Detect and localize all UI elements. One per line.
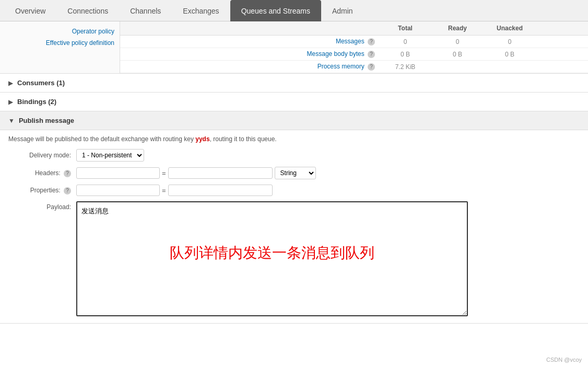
headers-val-input[interactable] — [168, 167, 273, 179]
headers-key-input[interactable] — [76, 167, 160, 179]
tab-exchanges[interactable]: Exchanges — [172, 0, 230, 21]
publish-note-prefix: Message will be published to the default… — [8, 135, 195, 143]
body-bytes-label: Message body bytes ? — [120, 50, 379, 58]
payload-label: Payload: — [8, 201, 76, 211]
publish-note: Message will be published to the default… — [8, 135, 580, 143]
main-content: Operator policy Effective policy definit… — [0, 21, 588, 324]
body-bytes-help-icon[interactable]: ? — [368, 51, 375, 58]
col-unacked: Unacked — [484, 21, 536, 35]
publish-arrow-icon: ▼ — [8, 117, 15, 124]
payload-area: Payload: 发送消息 队列详情内发送一条消息到队列 — [8, 201, 580, 318]
tab-queues[interactable]: Queues and Streams — [230, 0, 321, 21]
bindings-arrow-icon: ▶ — [8, 98, 13, 106]
consumers-header[interactable]: ▶ Consumers (1) — [0, 74, 588, 92]
properties-key-input[interactable] — [76, 185, 160, 196]
properties-help-icon[interactable]: ? — [64, 187, 71, 194]
messages-help-icon[interactable]: ? — [368, 38, 375, 45]
bindings-title: Bindings (2) — [17, 98, 56, 106]
body-bytes-total: 0 B — [379, 51, 431, 58]
messages-row: Messages ? 0 0 0 — [120, 36, 588, 48]
messages-unacked: 0 — [484, 38, 536, 45]
process-memory-help-icon[interactable]: ? — [368, 63, 375, 71]
operator-policy-label: Operator policy — [72, 28, 114, 35]
col-extra — [536, 21, 588, 35]
publish-section: ▼ Publish message Message will be publis… — [0, 111, 588, 324]
left-panel: Operator policy Effective policy definit… — [0, 21, 120, 73]
headers-type-select[interactable]: String Number Boolean — [275, 167, 316, 179]
col-ready: Ready — [431, 21, 484, 35]
tab-admin[interactable]: Admin — [321, 0, 364, 21]
properties-equals-sign: = — [162, 187, 166, 194]
tab-channels[interactable]: Channels — [119, 0, 172, 21]
headers-equals-sign: = — [162, 169, 166, 177]
body-bytes-unacked: 0 B — [484, 51, 536, 58]
tab-connections[interactable]: Connections — [56, 0, 119, 21]
delivery-mode-select[interactable]: 1 - Non-persistent 2 - Persistent — [76, 149, 144, 162]
body-bytes-row: Message body bytes ? 0 B 0 B 0 B — [120, 48, 588, 61]
headers-label: Headers: ? — [8, 169, 76, 177]
properties-input-row: = — [76, 185, 273, 196]
messages-ready: 0 — [431, 38, 484, 45]
properties-row: Properties: ? = — [8, 185, 580, 196]
publish-body: Message will be published to the default… — [0, 130, 588, 323]
bindings-header[interactable]: ▶ Bindings (2) — [0, 93, 588, 111]
publish-note-suffix: , routing it to this queue. — [210, 135, 277, 143]
payload-textarea[interactable]: 发送消息 — [76, 201, 468, 316]
messages-total: 0 — [379, 38, 431, 45]
tab-overview[interactable]: Overview — [4, 0, 56, 21]
process-memory-label: Process memory ? — [120, 63, 379, 71]
stats-panel: Total Ready Unacked Messages ? 0 0 0 Mes… — [120, 21, 588, 73]
publish-title: Publish message — [19, 117, 74, 124]
consumers-section: ▶ Consumers (1) — [0, 74, 588, 93]
info-section: Operator policy Effective policy definit… — [0, 21, 588, 74]
stats-header: Total Ready Unacked — [120, 21, 588, 36]
consumers-title: Consumers (1) — [17, 79, 65, 87]
consumers-arrow-icon: ▶ — [8, 79, 13, 87]
properties-label: Properties: ? — [8, 187, 76, 194]
operator-policy-row: Operator policy — [5, 26, 114, 37]
messages-label: Messages ? — [120, 38, 379, 45]
effective-policy-row: Effective policy definition — [5, 37, 114, 49]
delivery-mode-row: Delivery mode: 1 - Non-persistent 2 - Pe… — [8, 149, 580, 162]
headers-input-row: = String Number Boolean — [76, 167, 316, 179]
headers-help-icon[interactable]: ? — [64, 170, 71, 177]
delivery-mode-label: Delivery mode: — [8, 152, 76, 159]
effective-policy-label: Effective policy definition — [46, 39, 114, 47]
main-navigation: Overview Connections Channels Exchanges … — [0, 0, 588, 21]
body-bytes-ready: 0 B — [431, 51, 484, 58]
process-memory-row: Process memory ? 7.2 KiB — [120, 61, 588, 73]
properties-val-input[interactable] — [168, 185, 273, 196]
publish-header[interactable]: ▼ Publish message — [0, 111, 588, 130]
process-memory-total: 7.2 KiB — [379, 63, 431, 71]
bindings-section: ▶ Bindings (2) — [0, 93, 588, 111]
headers-row: Headers: ? = String Number Boolean — [8, 167, 580, 179]
col-total: Total — [379, 21, 431, 35]
publish-routing-key: yyds — [195, 135, 209, 143]
payload-container: 发送消息 队列详情内发送一条消息到队列 — [76, 201, 468, 318]
